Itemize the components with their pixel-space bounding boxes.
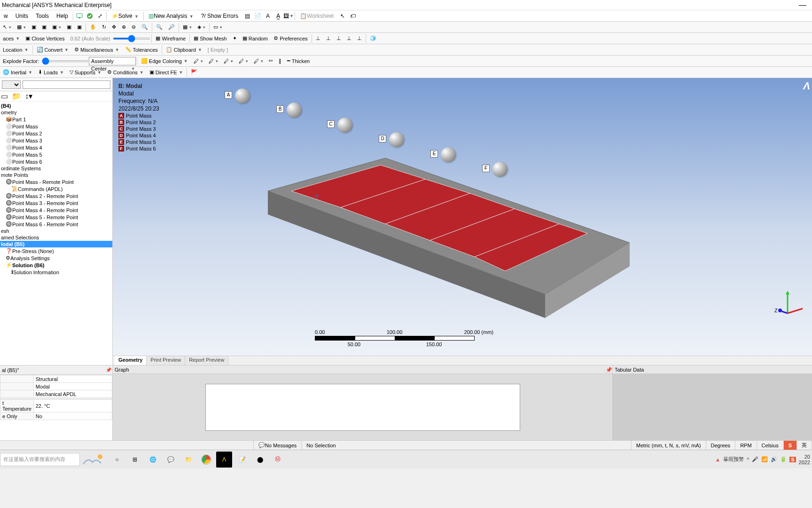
worksheet-button[interactable]: 📋Worksheet <box>296 13 337 19</box>
pin-icon[interactable]: 📌 <box>106 365 112 374</box>
graph-pin-icon[interactable]: 📌 <box>606 365 612 373</box>
volume-icon[interactable]: 🔊 <box>771 456 777 462</box>
mic-icon[interactable]: 🎤 <box>752 456 758 462</box>
prop-only[interactable]: No <box>33 413 112 420</box>
cursor-tool[interactable]: ↖▾ <box>0 24 14 30</box>
thicken-button[interactable]: ━Thicken <box>284 58 313 64</box>
outline-search[interactable] <box>23 80 110 89</box>
t3-icon[interactable]: ⊥ <box>334 35 344 41</box>
a2-icon[interactable]: A̲ <box>274 12 282 20</box>
taskbar-search[interactable]: 在这里输入你要搜索的内容 <box>0 453 80 466</box>
menu-help[interactable]: Help <box>53 13 72 19</box>
folder-icon[interactable]: 📁 <box>12 92 21 101</box>
pan-tool[interactable]: ✥ <box>109 24 119 30</box>
direct-fe-dd[interactable]: ▣Direct FE ▼ <box>147 69 186 75</box>
mechanical-icon[interactable]: Ⓜ <box>270 452 286 468</box>
sort-icon[interactable]: ↕▾ <box>25 92 32 101</box>
outline-icon[interactable]: ▤ <box>243 12 251 20</box>
brush4-icon[interactable]: 🖊▾ <box>236 58 251 64</box>
zoom-out-tool[interactable]: ⊖ <box>129 24 139 30</box>
text-icon[interactable]: A <box>264 12 272 20</box>
show-errors-button[interactable]: ?/ Show Errors <box>197 13 242 19</box>
status-messages[interactable]: 💬 No Messages <box>254 441 302 450</box>
clock-time[interactable]: 20 <box>799 454 810 460</box>
brush3-icon[interactable]: 🖊▾ <box>221 58 236 64</box>
ansys-wb-icon[interactable]: Λ <box>216 452 232 468</box>
conditions-dd[interactable]: ⚙Conditions ▼ <box>104 69 147 75</box>
taskview-icon[interactable]: ⊞ <box>127 452 143 468</box>
box3-tool[interactable]: ▣▾ <box>49 24 64 30</box>
lang-indicator[interactable]: 英 <box>797 441 812 450</box>
brush1-icon[interactable]: 🖊▾ <box>191 58 206 64</box>
taskbar-widget[interactable] <box>80 453 108 466</box>
explode-slider[interactable] <box>42 60 89 62</box>
outline-tree[interactable]: (B4) ometry 📦 Part 1 ⚪ Point Mass ⚪ Poin… <box>0 102 112 365</box>
menu-w[interactable]: w <box>0 13 12 19</box>
location-dd[interactable]: Location ▼ <box>0 47 31 53</box>
rotate-tool[interactable]: ↻ <box>99 24 109 30</box>
tag-icon[interactable]: 🏷 <box>349 12 357 20</box>
box4-tool[interactable]: ▣ <box>64 24 74 30</box>
inertial-dd[interactable]: 🌐Inertial ▼ <box>0 69 35 75</box>
bars-icon[interactable]: ‖ <box>276 58 284 64</box>
tab-report-preview[interactable]: Report Preview <box>185 356 228 365</box>
tray-expand-icon[interactable]: ^ <box>747 457 749 462</box>
doc-icon[interactable]: 📄 <box>253 12 262 20</box>
preferences-button[interactable]: ⚙Preferences <box>271 35 310 41</box>
triad[interactable]: Z <box>778 290 806 323</box>
menu-tools[interactable]: Tools <box>32 13 53 19</box>
tab-print-preview[interactable]: Print Preview <box>147 356 185 365</box>
weather-text[interactable]: 暴雨预警 <box>723 456 744 463</box>
app1-icon[interactable]: ⬤ <box>252 452 268 468</box>
random-button[interactable]: ▦Random <box>240 35 271 41</box>
battery-icon[interactable]: 🔋 <box>780 456 787 462</box>
misc-dd[interactable]: ⚙Miscellaneous ▼ <box>71 47 122 53</box>
sogou-icon[interactable]: S <box>784 441 797 450</box>
clipboard-dd[interactable]: 📋Clipboard ▼ <box>163 47 205 53</box>
layout-tool[interactable]: ▭▾ <box>211 24 225 30</box>
dingtalk-icon[interactable]: 💬 <box>163 452 179 468</box>
assembly-center-dd[interactable]: Assembly Center <box>89 57 136 65</box>
box-tool[interactable]: ▣ <box>29 24 39 30</box>
t2-icon[interactable]: ⊥ <box>323 35 334 41</box>
image-icon[interactable]: 🖼▼ <box>284 12 293 20</box>
iso-tool[interactable]: ◈▾ <box>195 24 208 30</box>
ime-icon[interactable]: S <box>789 457 796 462</box>
solve-button[interactable]: ⚡Solve ▼ <box>108 13 142 19</box>
convert-dd[interactable]: 🔄Convert ▼ <box>34 47 71 53</box>
cube-icon[interactable]: 🧊 <box>367 35 379 41</box>
menu-units[interactable]: Units <box>12 13 32 19</box>
screen-icon[interactable] <box>75 12 84 20</box>
show-mesh-button[interactable]: ▦Show Mesh <box>191 35 229 41</box>
t1-icon[interactable]: ⊥ <box>313 35 323 41</box>
t4-icon[interactable]: ⊥ <box>344 35 354 41</box>
zoom2-tool[interactable]: 🔎 <box>165 24 178 30</box>
flag-icon[interactable]: 🚩 <box>188 69 200 75</box>
cortana-icon[interactable]: ○ <box>109 452 125 468</box>
minimize-button[interactable]: — <box>793 0 812 10</box>
zoom-tool[interactable]: 🔍 <box>139 24 151 30</box>
pen-icon[interactable]: ✏ <box>266 58 276 64</box>
prop-temp[interactable]: 22. °C <box>33 400 112 413</box>
network-icon[interactable]: 📶 <box>761 456 768 462</box>
expand-icon[interactable]: ⤢ <box>96 12 104 20</box>
tolerances-button[interactable]: 📏Tolerances <box>122 47 161 53</box>
fit-tool[interactable]: 🔍 <box>153 24 165 30</box>
close-vertices-button[interactable]: ▣Close Vertices <box>23 35 67 41</box>
probe-icon[interactable]: ✦ <box>230 35 240 41</box>
box5-tool[interactable]: ▣ <box>74 24 85 30</box>
brush5-icon[interactable]: 🖊▾ <box>251 58 266 64</box>
arrow-icon[interactable]: ↖ <box>338 12 347 20</box>
t5-icon[interactable]: ⊥ <box>354 35 365 41</box>
zoom-in-tool[interactable]: ⊕ <box>119 24 129 30</box>
wireframe-button[interactable]: ▦Wireframe <box>153 35 188 41</box>
outline-select[interactable] <box>2 80 21 89</box>
canvas-3d[interactable]: B: Modal Modal Frequency: N/A 2022/8/25 … <box>113 78 812 356</box>
warning-icon[interactable]: ▲ <box>715 457 720 462</box>
explorer-icon[interactable]: 📁 <box>180 452 196 468</box>
chrome-icon[interactable] <box>198 452 214 468</box>
edge-coloring-dd[interactable]: 🟨Edge Coloring ▼ <box>138 58 191 64</box>
collapse-icon[interactable]: ▭ <box>1 92 8 101</box>
hand-tool[interactable]: ✋ <box>87 24 99 30</box>
loads-dd[interactable]: ⬇Loads ▼ <box>35 69 67 75</box>
